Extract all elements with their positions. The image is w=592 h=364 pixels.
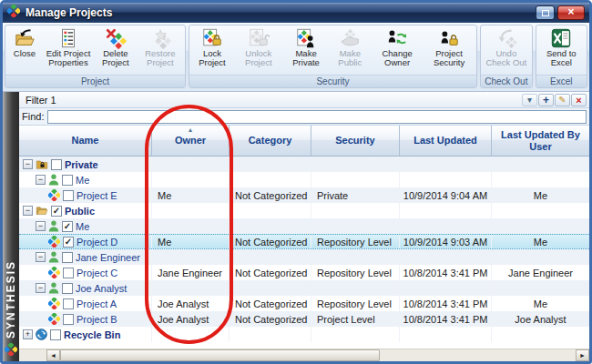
- row-checkbox[interactable]: [51, 159, 62, 170]
- table-row[interactable]: −Me: [19, 172, 589, 187]
- manage-projects-window: Manage Projects × CloseEdit Project Prop…: [0, 0, 592, 364]
- collapse-toggle[interactable]: −: [36, 175, 46, 185]
- delete-filter-icon[interactable]: ×: [571, 94, 587, 106]
- owner-cell: [152, 327, 230, 342]
- make-private-button[interactable]: Make Private: [284, 26, 329, 69]
- scroll-left-arrow[interactable]: ◄: [46, 349, 60, 361]
- row-checkbox[interactable]: [63, 314, 74, 325]
- row-label[interactable]: Me: [76, 221, 89, 232]
- table-row[interactable]: −Jane Engineer: [19, 249, 589, 265]
- row-checkbox[interactable]: [62, 283, 73, 294]
- user-icon: [48, 220, 59, 232]
- column-header-security[interactable]: Security: [311, 126, 400, 156]
- last-updated-by-cell: [492, 280, 589, 296]
- row-checkbox[interactable]: [63, 190, 74, 201]
- row-checkbox[interactable]: [63, 298, 74, 309]
- expand-toggle[interactable]: +: [23, 329, 33, 339]
- table-row[interactable]: Project BJoe AnalystNot CategorizedProje…: [19, 311, 589, 327]
- row-checkbox[interactable]: ✓: [51, 206, 62, 217]
- category-cell: [230, 172, 311, 187]
- project-icon: [48, 298, 60, 309]
- close-button[interactable]: Close: [7, 26, 42, 59]
- security-cell: Repository Level: [311, 235, 400, 248]
- category-cell: [230, 249, 311, 265]
- find-input[interactable]: [47, 110, 587, 124]
- last-updated-by-cell: Me: [492, 235, 589, 248]
- filter-bar: Filter 1 ▾ + ✎ ×: [19, 92, 589, 108]
- recycle-bin-icon: [36, 329, 47, 340]
- row-checkbox[interactable]: ✓: [63, 237, 74, 248]
- row-checkbox[interactable]: ✓: [62, 221, 73, 232]
- table-row[interactable]: Project CJane EngineerNot CategorizedRep…: [19, 265, 589, 280]
- grid-rows: −Private−MeProject EMeNot CategorizedPri…: [19, 157, 589, 349]
- row-label[interactable]: Private: [65, 159, 98, 170]
- row-label[interactable]: Project A: [77, 298, 117, 309]
- table-row[interactable]: ✓Project DMeNot CategorizedRepository Le…: [19, 234, 589, 249]
- last-updated-cell: [400, 203, 492, 218]
- restore-project-button: Restore Project: [138, 26, 183, 69]
- projects-grid: Name ▴ Owner Category Security Last Upda…: [19, 126, 589, 361]
- restore-button[interactable]: [536, 5, 555, 20]
- row-label[interactable]: Public: [65, 206, 95, 217]
- body: SYNTHESIS Filter 1 ▾ + ✎ × Find: Name ▴: [3, 92, 589, 361]
- table-row[interactable]: Project AJoe AnalystNot CategorizedRepos…: [19, 296, 589, 311]
- table-row[interactable]: Project EMeNot CategorizedPrivate10/9/20…: [19, 187, 589, 203]
- security-cell: [311, 218, 400, 234]
- table-row[interactable]: −Private: [19, 157, 589, 172]
- titlebar: Manage Projects ×: [3, 3, 589, 23]
- column-header-last-updated-by-user[interactable]: Last Updated By User: [492, 126, 589, 156]
- row-label[interactable]: Project D: [77, 237, 117, 248]
- last-updated-by-cell: [492, 203, 589, 218]
- row-label[interactable]: Project B: [77, 314, 117, 325]
- scroll-right-arrow[interactable]: ►: [576, 349, 589, 361]
- collapse-toggle[interactable]: −: [36, 252, 46, 262]
- user-icon: [48, 174, 59, 186]
- security-cell: Private: [311, 187, 400, 203]
- public-folder-icon: [36, 205, 48, 217]
- table-row[interactable]: −Joe Analyst: [19, 280, 589, 296]
- column-header-last-updated[interactable]: Last Updated: [400, 126, 492, 156]
- delete-project-button[interactable]: Delete Project: [95, 26, 137, 69]
- project-security-button[interactable]: Project Security: [424, 26, 475, 69]
- security-cell: [311, 249, 400, 265]
- edit-project-properties-button[interactable]: Edit Project Properties: [43, 26, 94, 69]
- collapse-toggle[interactable]: −: [36, 283, 46, 293]
- collapse-toggle[interactable]: −: [23, 206, 33, 216]
- sort-ascending-icon: ▴: [189, 126, 192, 134]
- filter-dropdown-icon[interactable]: ▾: [522, 94, 537, 106]
- last-updated-by-cell: [492, 218, 589, 234]
- horizontal-scrollbar[interactable]: ◄ ►: [19, 349, 589, 361]
- row-checkbox[interactable]: [63, 268, 74, 278]
- scrollbar-track[interactable]: [60, 349, 576, 361]
- row-label[interactable]: Joe Analyst: [76, 283, 127, 294]
- restore-project-icon: [149, 27, 171, 49]
- scrollbar-thumb[interactable]: [60, 349, 380, 361]
- collapse-toggle[interactable]: −: [36, 221, 46, 231]
- row-label[interactable]: Project C: [77, 268, 117, 278]
- row-checkbox[interactable]: [62, 252, 73, 263]
- ribbon: CloseEdit Project PropertiesDelete Proje…: [3, 23, 589, 92]
- table-row[interactable]: −✓Public: [19, 203, 589, 218]
- row-label[interactable]: Jane Engineer: [76, 252, 140, 263]
- collapse-toggle[interactable]: −: [23, 159, 33, 169]
- close-window-button[interactable]: ×: [557, 5, 585, 20]
- table-row[interactable]: +Recycle Bin: [19, 327, 589, 342]
- synthesis-logo-icon: [5, 343, 17, 359]
- column-header-owner[interactable]: ▴ Owner: [152, 126, 230, 156]
- edit-filter-icon[interactable]: ✎: [555, 94, 570, 106]
- row-label[interactable]: Me: [76, 175, 89, 186]
- change-owner-icon: [386, 27, 408, 49]
- table-row[interactable]: −✓Me: [19, 218, 589, 234]
- column-header-name[interactable]: Name: [19, 126, 152, 156]
- add-filter-icon[interactable]: +: [538, 94, 554, 106]
- lock-project-button[interactable]: Lock Project: [191, 26, 233, 69]
- row-checkbox[interactable]: [50, 329, 61, 340]
- send-to-excel-button[interactable]: Send to Excel: [538, 26, 585, 69]
- column-header-category[interactable]: Category: [230, 126, 311, 156]
- content: Filter 1 ▾ + ✎ × Find: Name ▴ Owner Cate…: [19, 92, 589, 361]
- change-owner-button[interactable]: Change Owner: [372, 26, 423, 69]
- row-label[interactable]: Recycle Bin: [64, 329, 120, 340]
- row-label[interactable]: Project E: [77, 190, 117, 201]
- row-checkbox[interactable]: [62, 175, 73, 186]
- last-updated-cell: 10/8/2014 3:41 PM: [400, 311, 492, 327]
